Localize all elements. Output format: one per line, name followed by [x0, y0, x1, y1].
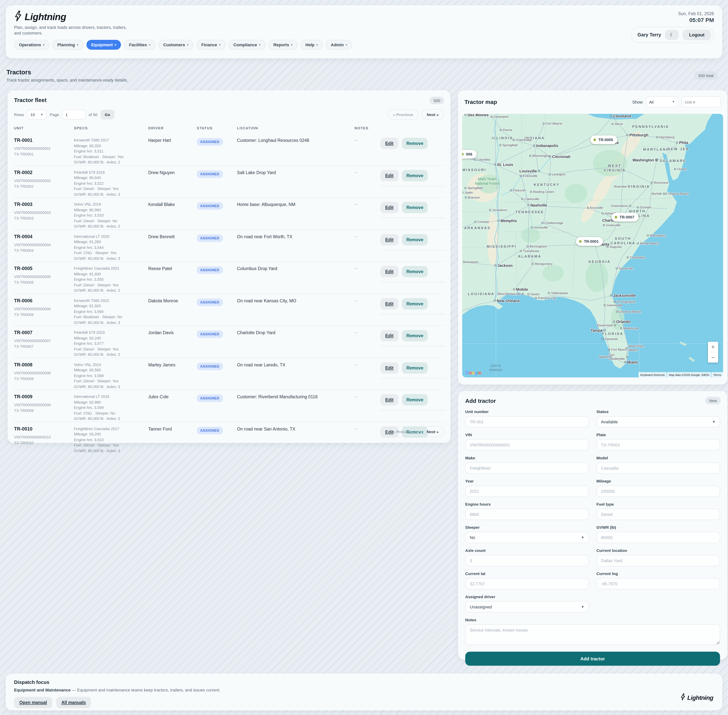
mileage-input[interactable] [597, 486, 720, 497]
engine-hours-input[interactable] [465, 509, 589, 520]
tractor-marker[interactable]: TR-0007 [612, 213, 639, 222]
nav-item-admin[interactable]: Admin▾ [326, 40, 352, 50]
assigned-driver-select[interactable]: Unassigned▼ [465, 601, 589, 612]
remove-button[interactable]: Remove [402, 298, 428, 309]
zoom-in-button[interactable]: + [708, 342, 718, 352]
axle-count-input[interactable] [465, 555, 589, 566]
nav-item-finance[interactable]: Finance▾ [196, 40, 225, 50]
remove-button[interactable]: Remove [402, 362, 428, 373]
nav-item-equipment[interactable]: Equipment▾ [86, 40, 121, 50]
tractor-marker[interactable]: 006 [462, 150, 476, 158]
nav-item-operations[interactable]: Operations▾ [14, 40, 49, 50]
fuel-type-input[interactable] [597, 509, 720, 520]
city-label: Jackson [494, 264, 512, 267]
city-label: Panama City [535, 296, 556, 300]
page-label: Page [50, 112, 59, 117]
remove-button[interactable]: Remove [402, 170, 428, 181]
previous-page-button[interactable]: « Previous [388, 109, 418, 120]
logo: Lightning [14, 11, 714, 23]
edit-button[interactable]: Edit [380, 202, 398, 213]
map-canvas[interactable]: ILLINOISINDIANAMISSOURIKENTUCKYTENNESSEE… [462, 114, 723, 377]
all-manuals-button[interactable]: All manuals [56, 697, 91, 708]
edit-button[interactable]: Edit [380, 362, 398, 373]
city-dot-icon [528, 293, 529, 295]
nav-item-planning[interactable]: Planning▾ [52, 40, 83, 50]
edit-button[interactable]: Edit [380, 394, 398, 406]
nav-item-label: Reports [273, 42, 289, 47]
page-number-input[interactable] [62, 110, 86, 119]
map-show-select[interactable]: All▼ [646, 97, 678, 107]
make-input[interactable] [465, 462, 589, 474]
previous-page-button-bottom[interactable]: « Previous [388, 426, 418, 437]
terms-link[interactable]: Terms [711, 372, 723, 377]
keyboard-shortcuts-link[interactable]: Keyboard shortcuts [638, 372, 666, 377]
city-label: Melbourne [620, 327, 639, 330]
gvwr-lb--input[interactable] [597, 532, 720, 543]
edit-button[interactable]: Edit [380, 170, 398, 181]
plate-input[interactable] [597, 439, 720, 451]
location-cell: On road near Kansas City, MO [237, 298, 354, 326]
edit-button[interactable]: Edit [380, 234, 398, 245]
tractor-marker[interactable]: TR-0001 [576, 237, 603, 246]
city-name: Savannah [619, 267, 633, 270]
nav-item-reports[interactable]: Reports▾ [268, 40, 297, 50]
spec-line: International LT 2020 [74, 234, 148, 239]
unit-vin: VINTR000000000007 [14, 338, 74, 344]
year-input[interactable] [465, 486, 589, 497]
google-logo[interactable]: Google [465, 370, 481, 376]
edit-button[interactable]: Edit [380, 330, 398, 341]
city-label: Savannah [616, 267, 633, 270]
nav-item-help[interactable]: Help▾ [300, 40, 323, 50]
city-name: Bowling Green [533, 190, 554, 194]
current-lng-input[interactable] [597, 578, 720, 590]
city-label: Peoria [500, 128, 512, 132]
map-unit-filter-input[interactable] [681, 97, 721, 107]
nav-item-customers[interactable]: Customers▾ [158, 40, 193, 50]
moon-icon: ☾ [670, 32, 674, 38]
open-manual-button[interactable]: Open manual [14, 697, 52, 708]
vin-input[interactable] [465, 439, 589, 451]
city-dot-icon [500, 129, 502, 131]
remove-button[interactable]: Remove [402, 266, 428, 277]
remove-button[interactable]: Remove [402, 330, 428, 341]
next-page-button[interactable]: Next » [421, 109, 444, 120]
state-label: ARKANSAS [464, 226, 491, 230]
edit-button[interactable]: Edit [380, 138, 398, 149]
field-label: Sleeper [465, 525, 589, 529]
field-label: Model [597, 456, 720, 460]
nav-item-compliance[interactable]: Compliance▾ [228, 40, 265, 50]
notes-textarea[interactable] [465, 624, 720, 645]
current-location-input[interactable] [597, 555, 720, 566]
remove-button[interactable]: Remove [402, 394, 428, 406]
city-dot-icon [604, 305, 606, 306]
zoom-out-button[interactable]: − [708, 352, 718, 363]
form-grid: Unit numberStatusAvailable▼VINPlateMakeM… [465, 409, 720, 646]
remove-button[interactable]: Remove [402, 138, 428, 149]
add-tractor-button[interactable]: Add tractor [465, 652, 720, 666]
unit-number-input[interactable] [465, 416, 589, 427]
status-select[interactable]: Available▼ [597, 416, 720, 427]
go-button[interactable]: Go [101, 110, 114, 119]
specs-cell: Kenworth T680 2022Mileage: 91,920Engine … [74, 298, 148, 326]
status-badge: ASSIGNED [197, 362, 223, 370]
tractor-marker[interactable]: TR-0005 [590, 136, 617, 144]
nav-item-facilities[interactable]: Facilities▾ [124, 40, 155, 50]
unit-id: TR-0003 [14, 202, 74, 207]
unit-plate: TX-TR0002 [14, 183, 74, 189]
edit-button[interactable]: Edit [380, 266, 398, 277]
dark-mode-toggle[interactable]: ☾ [665, 30, 679, 40]
model-input[interactable] [597, 462, 720, 474]
remove-button[interactable]: Remove [402, 202, 428, 213]
status-badge: ASSIGNED [197, 234, 223, 242]
rows-per-page-select[interactable]: 10▼ [27, 110, 47, 119]
city-name: Memphis [500, 219, 517, 223]
city-dot-icon [522, 198, 523, 200]
spec-line: Fuel: Biodiesel · Sleeper: Yes [74, 154, 148, 160]
edit-button[interactable]: Edit [380, 298, 398, 309]
remove-button[interactable]: Remove [402, 234, 428, 245]
sleeper-select[interactable]: No▼ [465, 532, 589, 543]
logout-button[interactable]: Logout [683, 30, 711, 40]
next-page-button-bottom[interactable]: Next » [421, 426, 444, 437]
field-label: Year [465, 479, 589, 483]
current-lat-input[interactable] [465, 578, 589, 590]
